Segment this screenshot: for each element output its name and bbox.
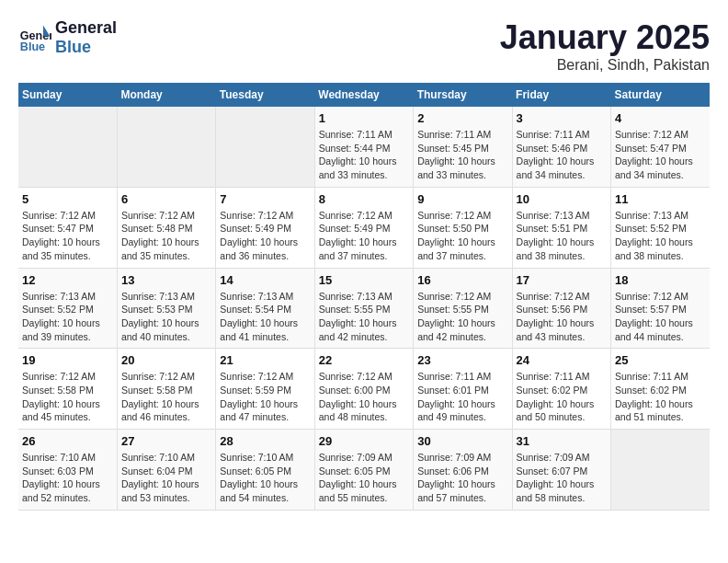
calendar-cell: 13Sunrise: 7:13 AMSunset: 5:53 PMDayligh… bbox=[117, 268, 215, 349]
day-number: 29 bbox=[319, 434, 409, 448]
sunset-text: Sunset: 5:52 PM bbox=[22, 303, 113, 316]
day-info: Sunrise: 7:12 AMSunset: 5:49 PMDaylight:… bbox=[319, 209, 409, 263]
weekday-header-saturday: Saturday bbox=[611, 83, 710, 107]
sunrise-text: Sunrise: 7:12 AM bbox=[319, 209, 409, 223]
sunset-text: Sunset: 5:45 PM bbox=[417, 142, 507, 155]
day-number: 10 bbox=[517, 192, 607, 206]
calendar-cell: 25Sunrise: 7:11 AMSunset: 6:02 PMDayligh… bbox=[611, 349, 710, 430]
sunset-text: Sunset: 6:05 PM bbox=[220, 465, 310, 478]
day-info: Sunrise: 7:11 AMSunset: 6:02 PMDaylight:… bbox=[517, 370, 607, 424]
calendar-cell: 1Sunrise: 7:11 AMSunset: 5:44 PMDaylight… bbox=[314, 107, 413, 187]
calendar-cell: 22Sunrise: 7:12 AMSunset: 6:00 PMDayligh… bbox=[314, 349, 413, 430]
calendar-cell: 19Sunrise: 7:12 AMSunset: 5:58 PMDayligh… bbox=[18, 349, 117, 430]
sunset-text: Sunset: 6:02 PM bbox=[615, 384, 706, 397]
calendar-week-4: 19Sunrise: 7:12 AMSunset: 5:58 PMDayligh… bbox=[18, 349, 710, 430]
sunset-text: Sunset: 6:06 PM bbox=[417, 465, 507, 478]
daylight-text: Daylight: 10 hours and 57 minutes. bbox=[417, 477, 507, 504]
daylight-text: Daylight: 10 hours and 55 minutes. bbox=[319, 477, 409, 504]
day-number: 18 bbox=[615, 273, 706, 287]
sunset-text: Sunset: 5:59 PM bbox=[220, 384, 310, 397]
sunset-text: Sunset: 5:58 PM bbox=[22, 384, 113, 397]
daylight-text: Daylight: 10 hours and 42 minutes. bbox=[319, 316, 409, 343]
day-number: 2 bbox=[417, 111, 507, 125]
daylight-text: Daylight: 10 hours and 52 minutes. bbox=[22, 477, 113, 504]
day-info: Sunrise: 7:12 AMSunset: 5:56 PMDaylight:… bbox=[517, 290, 607, 344]
day-info: Sunrise: 7:11 AMSunset: 5:44 PMDaylight:… bbox=[319, 128, 409, 182]
sunset-text: Sunset: 6:01 PM bbox=[417, 384, 507, 397]
sunrise-text: Sunrise: 7:13 AM bbox=[615, 209, 706, 223]
day-info: Sunrise: 7:12 AMSunset: 5:58 PMDaylight:… bbox=[22, 370, 113, 424]
sunset-text: Sunset: 6:04 PM bbox=[121, 465, 211, 478]
sunrise-text: Sunrise: 7:13 AM bbox=[220, 290, 310, 304]
sunrise-text: Sunrise: 7:09 AM bbox=[517, 451, 607, 465]
day-number: 22 bbox=[319, 353, 409, 367]
day-info: Sunrise: 7:11 AMSunset: 5:46 PMDaylight:… bbox=[517, 128, 607, 182]
day-number: 7 bbox=[220, 192, 310, 206]
daylight-text: Daylight: 10 hours and 54 minutes. bbox=[220, 477, 310, 504]
daylight-text: Daylight: 10 hours and 33 minutes. bbox=[319, 155, 409, 181]
daylight-text: Daylight: 10 hours and 38 minutes. bbox=[517, 236, 607, 262]
sunrise-text: Sunrise: 7:12 AM bbox=[121, 370, 211, 384]
sunset-text: Sunset: 6:02 PM bbox=[517, 384, 607, 397]
calendar-cell: 15Sunrise: 7:13 AMSunset: 5:55 PMDayligh… bbox=[314, 268, 413, 349]
sunrise-text: Sunrise: 7:12 AM bbox=[220, 370, 310, 384]
weekday-header-tuesday: Tuesday bbox=[216, 83, 314, 107]
day-number: 26 bbox=[22, 434, 113, 448]
sunrise-text: Sunrise: 7:11 AM bbox=[319, 128, 409, 142]
sunrise-text: Sunrise: 7:12 AM bbox=[220, 209, 310, 223]
sunset-text: Sunset: 5:49 PM bbox=[319, 222, 409, 236]
logo-icon: General Blue bbox=[18, 21, 51, 54]
calendar-cell: 17Sunrise: 7:12 AMSunset: 5:56 PMDayligh… bbox=[512, 268, 610, 349]
daylight-text: Daylight: 10 hours and 51 minutes. bbox=[615, 397, 706, 424]
calendar-cell: 6Sunrise: 7:12 AMSunset: 5:48 PMDaylight… bbox=[117, 187, 215, 268]
calendar-week-3: 12Sunrise: 7:13 AMSunset: 5:52 PMDayligh… bbox=[18, 268, 710, 349]
calendar-cell: 29Sunrise: 7:09 AMSunset: 6:05 PMDayligh… bbox=[314, 430, 413, 511]
day-number: 24 bbox=[517, 353, 607, 367]
day-info: Sunrise: 7:11 AMSunset: 6:02 PMDaylight:… bbox=[615, 370, 706, 424]
logo: General Blue General Blue bbox=[18, 18, 117, 57]
day-number: 30 bbox=[417, 434, 507, 448]
day-number: 25 bbox=[615, 353, 706, 367]
daylight-text: Daylight: 10 hours and 41 minutes. bbox=[220, 316, 310, 343]
calendar-cell: 8Sunrise: 7:12 AMSunset: 5:49 PMDaylight… bbox=[314, 187, 413, 268]
sunrise-text: Sunrise: 7:11 AM bbox=[517, 370, 607, 384]
calendar-cell bbox=[18, 107, 117, 187]
calendar-cell: 27Sunrise: 7:10 AMSunset: 6:04 PMDayligh… bbox=[117, 430, 215, 511]
calendar-cell: 5Sunrise: 7:12 AMSunset: 5:47 PMDaylight… bbox=[18, 187, 117, 268]
calendar-cell: 20Sunrise: 7:12 AMSunset: 5:58 PMDayligh… bbox=[117, 349, 215, 430]
logo-general: General bbox=[55, 18, 117, 38]
daylight-text: Daylight: 10 hours and 39 minutes. bbox=[22, 316, 113, 343]
sunrise-text: Sunrise: 7:12 AM bbox=[615, 128, 706, 142]
day-info: Sunrise: 7:12 AMSunset: 5:47 PMDaylight:… bbox=[615, 128, 706, 182]
day-number: 4 bbox=[615, 111, 706, 125]
sunrise-text: Sunrise: 7:13 AM bbox=[121, 290, 211, 304]
sunrise-text: Sunrise: 7:13 AM bbox=[22, 290, 113, 304]
day-number: 11 bbox=[615, 192, 706, 206]
sunrise-text: Sunrise: 7:12 AM bbox=[121, 209, 211, 223]
sunset-text: Sunset: 5:48 PM bbox=[121, 222, 211, 236]
day-number: 21 bbox=[220, 353, 310, 367]
calendar-cell: 28Sunrise: 7:10 AMSunset: 6:05 PMDayligh… bbox=[216, 430, 314, 511]
calendar-week-2: 5Sunrise: 7:12 AMSunset: 5:47 PMDaylight… bbox=[18, 187, 710, 268]
day-info: Sunrise: 7:09 AMSunset: 6:06 PMDaylight:… bbox=[417, 451, 507, 505]
sunrise-text: Sunrise: 7:12 AM bbox=[22, 209, 113, 223]
daylight-text: Daylight: 10 hours and 45 minutes. bbox=[22, 397, 113, 424]
location-subtitle: Berani, Sindh, Pakistan bbox=[500, 57, 710, 74]
sunset-text: Sunset: 5:55 PM bbox=[319, 303, 409, 316]
calendar-cell: 23Sunrise: 7:11 AMSunset: 6:01 PMDayligh… bbox=[414, 349, 512, 430]
calendar-cell bbox=[117, 107, 215, 187]
day-info: Sunrise: 7:12 AMSunset: 5:55 PMDaylight:… bbox=[417, 290, 507, 344]
daylight-text: Daylight: 10 hours and 50 minutes. bbox=[517, 397, 607, 424]
calendar-cell: 7Sunrise: 7:12 AMSunset: 5:49 PMDaylight… bbox=[216, 187, 314, 268]
day-info: Sunrise: 7:13 AMSunset: 5:53 PMDaylight:… bbox=[121, 290, 211, 344]
sunset-text: Sunset: 6:07 PM bbox=[517, 465, 607, 478]
sunset-text: Sunset: 5:50 PM bbox=[417, 222, 507, 236]
day-info: Sunrise: 7:12 AMSunset: 5:47 PMDaylight:… bbox=[22, 209, 113, 263]
calendar-cell: 9Sunrise: 7:12 AMSunset: 5:50 PMDaylight… bbox=[414, 187, 512, 268]
sunrise-text: Sunrise: 7:09 AM bbox=[417, 451, 507, 465]
day-info: Sunrise: 7:12 AMSunset: 5:58 PMDaylight:… bbox=[121, 370, 211, 424]
weekday-header-sunday: Sunday bbox=[18, 83, 117, 107]
day-number: 23 bbox=[417, 353, 507, 367]
day-info: Sunrise: 7:10 AMSunset: 6:04 PMDaylight:… bbox=[121, 451, 211, 505]
sunset-text: Sunset: 5:49 PM bbox=[220, 222, 310, 236]
